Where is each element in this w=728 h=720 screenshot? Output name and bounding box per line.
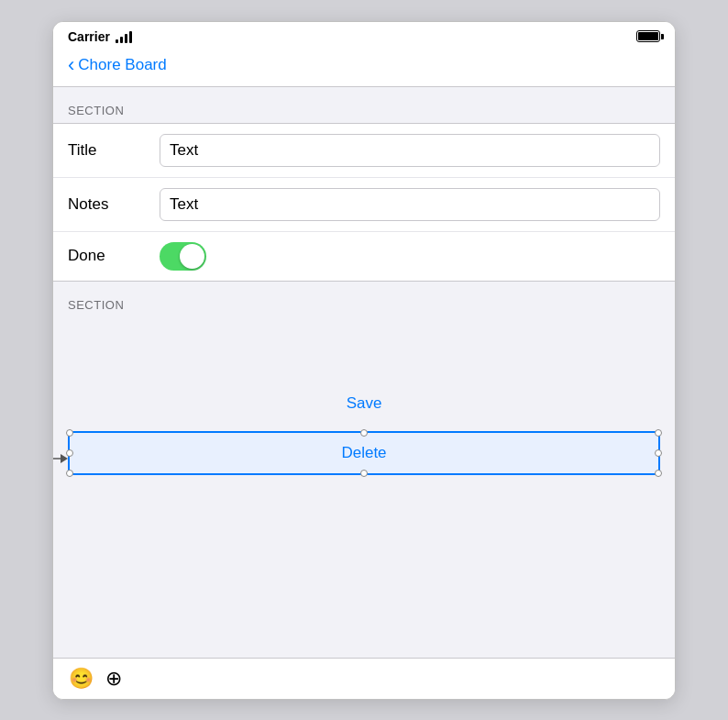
notes-label: Notes [68,195,160,214]
carrier-text: Carrier [68,29,110,44]
section-1-rows: Title Notes Done [53,123,675,282]
section-2-header: SECTION [53,282,675,317]
title-row: Title [53,124,675,178]
bottom-toolbar: 😊 ⊕ [53,658,675,699]
save-container: Save [53,372,675,427]
title-label: Title [68,141,160,160]
delete-container: Delete [53,427,675,490]
back-label: Chore Board [78,56,166,74]
handle-mid-left [66,449,73,457]
section-2: SECTION [53,282,675,372]
wifi-icon [116,30,132,43]
handle-bottom-right [655,470,662,477]
done-row: Done [53,232,675,281]
battery-fill [638,32,658,40]
toolbar-icon-1[interactable]: 😊 [68,666,94,692]
battery-icon [636,30,660,42]
title-input[interactable] [160,134,660,167]
back-chevron-icon: ‹ [68,55,74,75]
carrier-label: Carrier [68,29,132,44]
save-button[interactable]: Save [347,394,382,413]
handle-top-center [360,429,368,437]
toggle-container [160,242,206,271]
main-content: SECTION Title Notes Done [53,87,675,658]
handle-top-right [655,429,662,437]
done-label: Done [68,247,160,265]
delete-button-wrapper: Delete [68,431,660,475]
done-toggle[interactable] [160,242,206,271]
notes-input[interactable] [160,188,660,221]
toggle-knob [180,244,204,269]
bottom-spacer [53,490,675,582]
nav-bar: ‹ Chore Board [53,50,675,87]
handle-bottom-center [360,470,368,477]
device-frame: Carrier ‹ Chore Board SECTION Tit [52,21,676,700]
handle-bottom-left [66,470,73,477]
handle-mid-right [655,449,662,457]
section-1: SECTION Title Notes Done [53,87,675,282]
delete-button[interactable]: Delete [70,433,658,473]
back-button[interactable]: ‹ Chore Board [68,55,167,75]
toolbar-icon-2[interactable]: ⊕ [101,666,127,692]
handle-top-left [66,429,73,437]
status-bar: Carrier [53,22,675,50]
notes-row: Notes [53,178,675,232]
section-1-header: SECTION [53,87,675,123]
